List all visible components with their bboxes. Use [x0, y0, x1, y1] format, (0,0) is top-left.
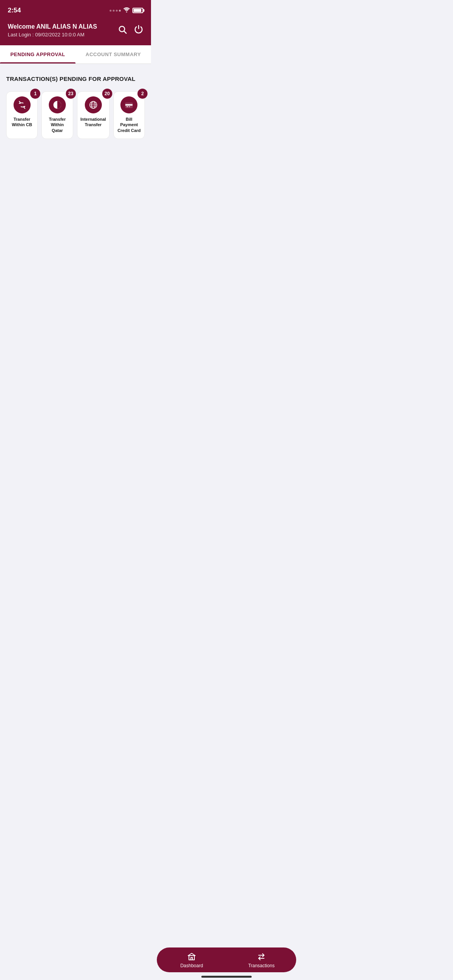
svg-line-2: [124, 31, 127, 34]
last-login: Last Login : 09/02/2022 10:0:0 AM: [8, 32, 97, 38]
welcome-message: Welcome ANIL ALIAS N ALIAS: [8, 23, 97, 30]
tab-pending-approval[interactable]: PENDING APPROVAL: [0, 45, 76, 63]
signal-icon: [110, 10, 121, 12]
search-button[interactable]: [118, 25, 127, 36]
svg-rect-11: [125, 104, 133, 106]
transfer-cb-icon: [14, 96, 31, 113]
card-bill-payment[interactable]: 2 Bill PaymentCredit Card: [113, 91, 145, 139]
tab-account-summary[interactable]: ACCOUNT SUMMARY: [76, 45, 151, 63]
header-actions: [118, 25, 143, 36]
international-icon: [85, 96, 102, 113]
card-transfer-qatar[interactable]: 23 TransferWithin Qatar: [41, 91, 73, 139]
main-content: TRANSACTION(S) PENDING FOR APPROVAL 1 Tr…: [0, 64, 151, 151]
card-international[interactable]: 20 InternationalTransfer: [77, 91, 110, 139]
badge-international: 20: [102, 89, 112, 99]
battery-icon: [132, 8, 143, 13]
svg-point-0: [126, 12, 127, 13]
wifi-icon: [123, 7, 130, 14]
status-icons: [110, 7, 143, 14]
status-time: 2:54: [8, 7, 21, 14]
label-bill-payment: Bill PaymentCredit Card: [117, 117, 141, 133]
header: Welcome ANIL ALIAS N ALIAS Last Login : …: [0, 19, 151, 45]
svg-rect-12: [127, 106, 129, 107]
label-international: InternationalTransfer: [81, 117, 106, 128]
card-transfer-cb[interactable]: 1 TransferWithin CB: [6, 91, 38, 139]
label-transfer-qatar: TransferWithin Qatar: [45, 117, 69, 133]
header-text: Welcome ANIL ALIAS N ALIAS Last Login : …: [8, 23, 97, 38]
badge-transfer-cb: 1: [30, 89, 40, 99]
badge-bill-payment: 2: [137, 89, 148, 99]
svg-rect-13: [129, 106, 130, 107]
label-transfer-cb: TransferWithin CB: [12, 117, 32, 128]
transaction-cards-grid: 1 TransferWithin CB 23: [6, 91, 145, 139]
bill-payment-icon: [120, 96, 137, 113]
section-title: TRANSACTION(S) PENDING FOR APPROVAL: [6, 75, 145, 82]
tabs: PENDING APPROVAL ACCOUNT SUMMARY: [0, 45, 151, 64]
transfer-qatar-icon: [49, 96, 66, 113]
badge-transfer-qatar: 23: [66, 89, 76, 99]
status-bar: 2:54: [0, 0, 151, 19]
power-button[interactable]: [134, 25, 143, 36]
